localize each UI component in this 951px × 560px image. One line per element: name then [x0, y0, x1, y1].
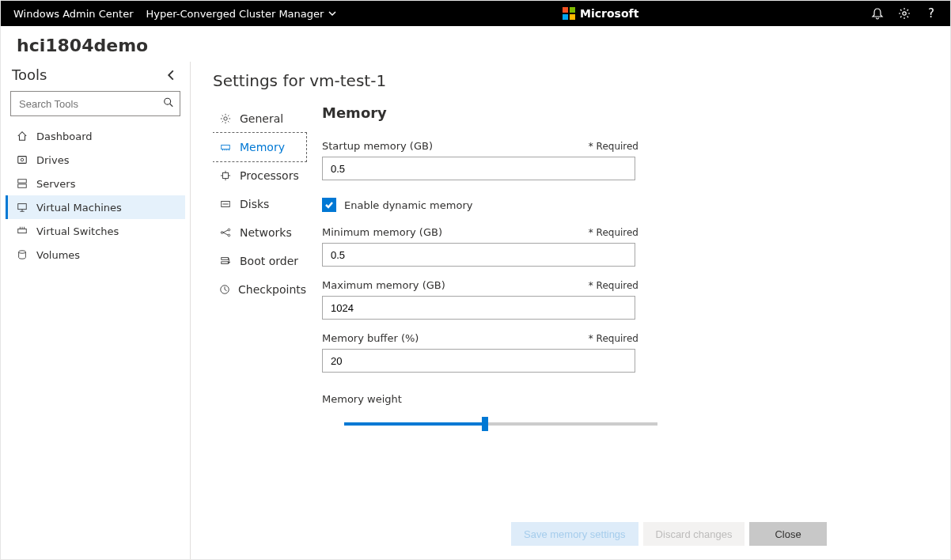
startup-memory-input[interactable] — [322, 157, 635, 180]
search-icon — [163, 97, 174, 111]
gear-icon — [898, 7, 911, 20]
check-icon — [324, 200, 334, 210]
chevron-left-icon — [165, 70, 176, 81]
svg-rect-8 — [18, 180, 27, 183]
settings-tab-label: Memory — [240, 141, 285, 153]
discard-button[interactable]: Discard changes — [643, 522, 745, 546]
tool-label: Drives — [36, 154, 69, 166]
cpu-icon — [219, 169, 232, 182]
volume-icon — [16, 248, 28, 261]
save-button[interactable]: Save memory settings — [511, 522, 638, 546]
tool-item-servers[interactable]: Servers — [6, 172, 185, 195]
settings-tab-memory[interactable]: Memory — [213, 132, 307, 162]
tool-label: Virtual Machines — [36, 202, 122, 214]
cluster-name: hci1804demo — [1, 26, 950, 62]
settings-tab-disks[interactable]: Disks — [213, 190, 306, 218]
settings-tab-general[interactable]: General — [213, 104, 306, 133]
svg-point-5 — [165, 98, 171, 104]
svg-rect-15 — [223, 173, 229, 179]
tool-label: Servers — [36, 178, 75, 190]
tool-list: Dashboard Drives Servers Virtual Machine… — [6, 124, 185, 267]
settings-tab-networks[interactable]: Networks — [213, 218, 306, 247]
microsoft-logo-icon — [563, 7, 575, 20]
search-tools-input[interactable] — [10, 91, 180, 116]
svg-rect-6 — [18, 157, 27, 164]
svg-point-13 — [224, 117, 227, 120]
tool-label: Volumes — [36, 249, 80, 261]
max-memory-input[interactable] — [322, 296, 635, 320]
tool-item-volumes[interactable]: Volumes — [6, 243, 185, 267]
tool-label: Dashboard — [36, 131, 93, 142]
home-icon — [16, 130, 28, 142]
server-icon — [16, 177, 28, 190]
dynamic-memory-checkbox[interactable] — [322, 198, 336, 212]
svg-point-7 — [21, 158, 24, 161]
settings-tab-label: General — [240, 112, 283, 125]
content-area: Settings for vm-test-1 General Memory Pr… — [191, 62, 950, 560]
memory-weight-slider[interactable] — [344, 422, 657, 426]
brand-title: Windows Admin Center — [1, 8, 146, 20]
required-label: * Required — [589, 227, 638, 238]
network-icon — [219, 226, 232, 239]
clock-icon — [219, 283, 230, 296]
memory-icon — [219, 141, 232, 153]
weight-label: Memory weight — [322, 393, 402, 405]
required-label: * Required — [589, 280, 638, 291]
drive-icon — [16, 153, 28, 166]
disk-icon — [219, 198, 232, 210]
settings-tab-label: Checkpoints — [238, 283, 306, 296]
settings-tab-checkpoints[interactable]: Checkpoints — [213, 275, 306, 304]
max-memory-label: Maximum memory (GB) — [322, 279, 445, 291]
settings-tab-processors[interactable]: Processors — [213, 161, 306, 190]
svg-rect-0 — [563, 7, 568, 13]
boot-icon — [219, 255, 232, 267]
gear-icon — [219, 112, 232, 125]
form-heading: Memory — [322, 104, 638, 121]
help-icon: ? — [928, 6, 934, 21]
buffer-label: Memory buffer (%) — [322, 332, 419, 344]
startup-memory-label: Startup memory (GB) — [322, 140, 433, 152]
settings-tab-label: Networks — [240, 226, 292, 239]
collapse-tools-button[interactable] — [163, 67, 179, 83]
company-label: Microsoft — [580, 7, 638, 20]
context-selector[interactable]: Hyper-Converged Cluster Manager — [146, 8, 336, 20]
tool-item-dashboard[interactable]: Dashboard — [6, 124, 185, 148]
svg-rect-2 — [563, 14, 568, 20]
tool-label: Virtual Switches — [36, 225, 119, 237]
svg-point-17 — [221, 232, 223, 234]
memory-form: Memory Startup memory (GB) * Required En… — [306, 104, 638, 560]
svg-point-19 — [228, 234, 230, 236]
settings-tab-label: Processors — [240, 169, 299, 182]
settings-tab-boot-order[interactable]: Boot order — [213, 247, 306, 275]
svg-point-18 — [228, 229, 230, 231]
settings-nav: General Memory Processors Disks — [213, 104, 306, 560]
slider-fill — [344, 422, 485, 426]
settings-tab-label: Boot order — [240, 255, 298, 267]
svg-rect-10 — [18, 204, 27, 210]
bell-icon — [871, 7, 884, 20]
notifications-button[interactable] — [865, 1, 890, 26]
help-button[interactable]: ? — [919, 1, 944, 26]
tool-item-drives[interactable]: Drives — [6, 148, 185, 172]
buffer-input[interactable] — [322, 349, 635, 373]
svg-rect-11 — [18, 229, 27, 233]
svg-rect-9 — [18, 184, 27, 187]
svg-point-12 — [19, 251, 26, 254]
svg-rect-20 — [222, 258, 229, 260]
svg-point-4 — [903, 12, 906, 15]
min-memory-input[interactable] — [322, 243, 635, 267]
tools-heading: Tools — [12, 66, 47, 83]
close-button[interactable]: Close — [749, 522, 826, 546]
slider-thumb[interactable] — [482, 417, 488, 431]
tool-item-virtual-machines[interactable]: Virtual Machines — [6, 195, 185, 219]
vm-icon — [16, 201, 28, 214]
tool-item-virtual-switches[interactable]: Virtual Switches — [6, 219, 185, 243]
svg-rect-3 — [570, 14, 575, 20]
svg-rect-1 — [570, 7, 575, 13]
svg-rect-21 — [222, 262, 229, 264]
required-label: * Required — [589, 141, 638, 152]
context-label: Hyper-Converged Cluster Manager — [146, 8, 324, 20]
settings-button[interactable] — [892, 1, 917, 26]
chevron-down-icon — [328, 8, 336, 20]
topbar: Windows Admin Center Hyper-Converged Clu… — [1, 1, 950, 26]
